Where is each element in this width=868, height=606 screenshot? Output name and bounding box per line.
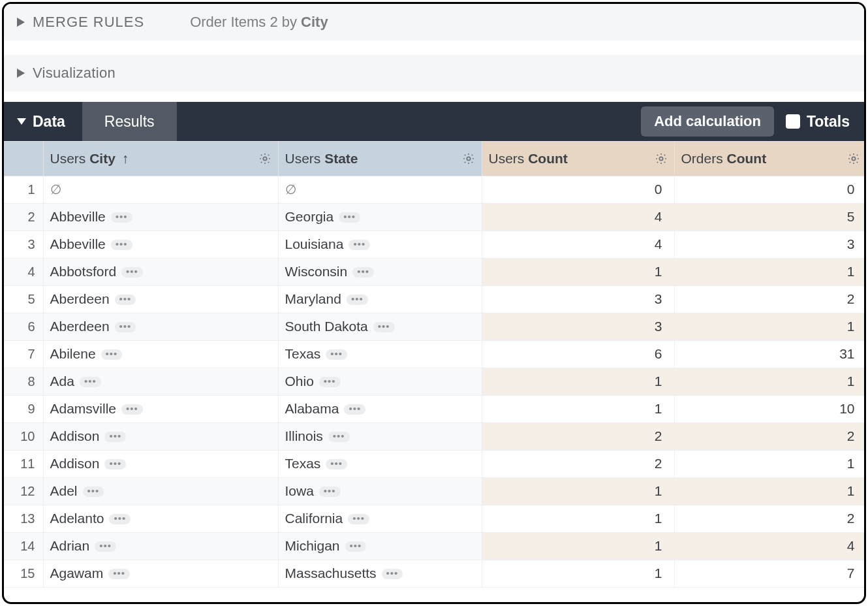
cell-users-count[interactable]: 1 [482, 477, 674, 505]
ellipsis-icon[interactable]: ••• [326, 459, 347, 470]
cell-users-count[interactable]: 1 [482, 532, 674, 560]
ellipsis-icon[interactable]: ••• [349, 240, 370, 250]
cell-city[interactable]: Adrian••• [43, 532, 278, 560]
ellipsis-icon[interactable]: ••• [319, 486, 341, 497]
cell-state[interactable]: Wisconsin••• [278, 258, 482, 285]
column-header-users-state[interactable]: Users State [278, 142, 482, 176]
cell-users-count[interactable]: 1 [482, 258, 674, 285]
ellipsis-icon[interactable]: ••• [326, 349, 347, 360]
cell-orders-count[interactable]: 31 [674, 340, 864, 368]
cell-orders-count[interactable]: 1 [674, 313, 864, 340]
column-header-orders-count[interactable]: Orders Count [674, 142, 864, 176]
cell-state[interactable]: Alabama••• [278, 395, 482, 423]
cell-city[interactable]: Abbeville••• [43, 203, 278, 231]
cell-orders-count[interactable]: 10 [674, 395, 864, 423]
cell-city[interactable]: Agawam••• [43, 560, 278, 587]
gear-icon[interactable] [258, 152, 271, 165]
ellipsis-icon[interactable]: ••• [115, 295, 136, 305]
cell-users-count[interactable]: 3 [482, 313, 674, 340]
ellipsis-icon[interactable]: ••• [108, 569, 130, 579]
cell-state[interactable]: Maryland••• [278, 285, 482, 313]
ellipsis-icon[interactable]: ••• [352, 267, 374, 278]
ellipsis-icon[interactable]: ••• [83, 486, 104, 497]
cell-city[interactable]: Adel••• [43, 477, 278, 505]
totals-checkbox[interactable] [786, 114, 800, 129]
cell-users-count[interactable]: 2 [482, 450, 674, 477]
gear-icon[interactable] [655, 152, 668, 165]
gear-icon[interactable] [847, 152, 860, 165]
cell-state[interactable]: California••• [278, 505, 482, 532]
add-calculation-button[interactable]: Add calculation [641, 106, 774, 136]
gear-icon[interactable] [462, 152, 475, 165]
ellipsis-icon[interactable]: ••• [104, 432, 126, 442]
column-header-users-count[interactable]: Users Count [482, 142, 674, 176]
visualization-section[interactable]: Visualization [4, 55, 864, 91]
data-dropdown[interactable]: Data [4, 102, 82, 141]
cell-state[interactable]: Illinois••• [278, 423, 482, 450]
cell-orders-count[interactable]: 4 [674, 532, 864, 560]
ellipsis-icon[interactable]: ••• [95, 541, 116, 552]
ellipsis-icon[interactable]: ••• [344, 404, 365, 415]
cell-orders-count[interactable]: 1 [674, 258, 864, 285]
ellipsis-icon[interactable]: ••• [111, 212, 132, 223]
ellipsis-icon[interactable]: ••• [121, 267, 143, 278]
ellipsis-icon[interactable]: ••• [373, 322, 395, 332]
ellipsis-icon[interactable]: ••• [345, 541, 367, 552]
cell-state[interactable]: Georgia••• [278, 203, 482, 231]
ellipsis-icon[interactable]: ••• [109, 514, 131, 524]
cell-city[interactable]: Aberdeen••• [43, 285, 278, 313]
cell-city[interactable]: ∅ [43, 176, 278, 203]
cell-state[interactable]: Texas••• [278, 340, 482, 368]
cell-orders-count[interactable]: 7 [674, 560, 864, 587]
cell-city[interactable]: Addison••• [43, 450, 278, 477]
cell-users-count[interactable]: 6 [482, 340, 674, 368]
cell-users-count[interactable]: 0 [482, 176, 674, 203]
ellipsis-icon[interactable]: ••• [339, 212, 360, 223]
cell-orders-count[interactable]: 2 [674, 423, 864, 450]
cell-users-count[interactable]: 4 [482, 203, 674, 231]
cell-orders-count[interactable]: 2 [674, 285, 864, 313]
cell-orders-count[interactable]: 2 [674, 505, 864, 532]
cell-city[interactable]: Abilene••• [43, 340, 278, 368]
cell-users-count[interactable]: 2 [482, 423, 674, 450]
cell-city[interactable]: Adelanto••• [43, 505, 278, 532]
cell-orders-count[interactable]: 3 [674, 231, 864, 258]
cell-orders-count[interactable]: 1 [674, 368, 864, 395]
cell-orders-count[interactable]: 5 [674, 203, 864, 231]
ellipsis-icon[interactable]: ••• [347, 295, 368, 305]
ellipsis-icon[interactable]: ••• [319, 377, 341, 387]
cell-state[interactable]: South Dakota••• [278, 313, 482, 340]
cell-city[interactable]: Abbotsford••• [43, 258, 278, 285]
merge-rules-section[interactable]: MERGE RULES Order Items 2 by City [4, 4, 864, 40]
cell-city[interactable]: Adamsville••• [43, 395, 278, 423]
cell-users-count[interactable]: 1 [482, 395, 674, 423]
cell-state[interactable]: Ohio••• [278, 368, 482, 395]
cell-users-count[interactable]: 3 [482, 285, 674, 313]
ellipsis-icon[interactable]: ••• [382, 569, 403, 579]
cell-orders-count[interactable]: 1 [674, 450, 864, 477]
cell-users-count[interactable]: 1 [482, 505, 674, 532]
cell-users-count[interactable]: 1 [482, 368, 674, 395]
cell-state[interactable]: Michigan••• [278, 532, 482, 560]
column-header-users-city[interactable]: Users City ↑ [43, 142, 278, 176]
cell-users-count[interactable]: 4 [482, 231, 674, 258]
cell-state[interactable]: ∅ [278, 176, 482, 203]
ellipsis-icon[interactable]: ••• [348, 514, 369, 524]
ellipsis-icon[interactable]: ••• [328, 432, 350, 442]
ellipsis-icon[interactable]: ••• [121, 404, 143, 415]
cell-orders-count[interactable]: 1 [674, 477, 864, 505]
ellipsis-icon[interactable]: ••• [104, 459, 126, 470]
cell-city[interactable]: Addison••• [43, 423, 278, 450]
ellipsis-icon[interactable]: ••• [101, 349, 123, 360]
cell-city[interactable]: Abbeville••• [43, 231, 278, 258]
cell-orders-count[interactable]: 0 [674, 176, 864, 203]
cell-state[interactable]: Louisiana••• [278, 231, 482, 258]
cell-city[interactable]: Aberdeen••• [43, 313, 278, 340]
cell-city[interactable]: Ada••• [43, 368, 278, 395]
cell-users-count[interactable]: 1 [482, 560, 674, 587]
ellipsis-icon[interactable]: ••• [111, 240, 132, 250]
cell-state[interactable]: Iowa••• [278, 477, 482, 505]
ellipsis-icon[interactable]: ••• [80, 377, 101, 387]
cell-state[interactable]: Texas••• [278, 450, 482, 477]
ellipsis-icon[interactable]: ••• [115, 322, 136, 332]
